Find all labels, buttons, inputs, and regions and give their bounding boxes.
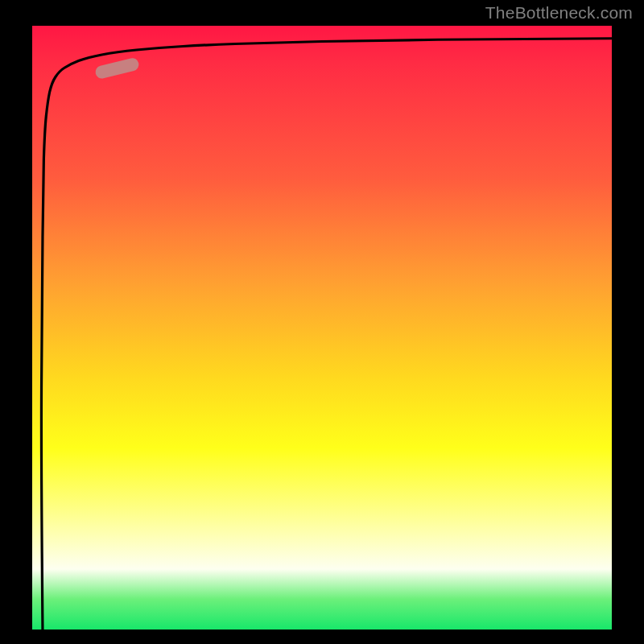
watermark-text: TheBottleneck.com [485, 3, 633, 23]
bottleneck-curve [41, 39, 612, 630]
svg-rect-0 [94, 56, 140, 80]
curve-marker [94, 56, 140, 80]
chart-frame: TheBottleneck.com [0, 0, 644, 644]
plot-area [32, 26, 612, 630]
curve-svg [32, 26, 612, 630]
